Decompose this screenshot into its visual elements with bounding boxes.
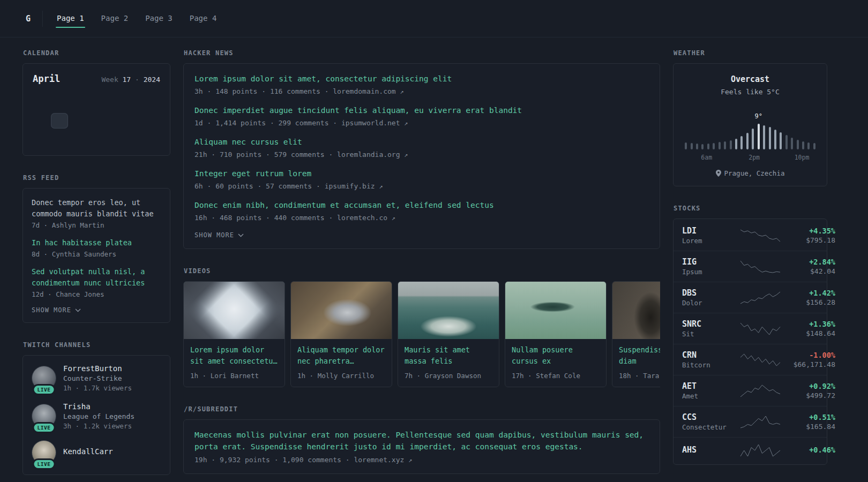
calendar-day[interactable]	[107, 95, 124, 111]
reddit-post-source-link[interactable]: loremnet.xyz ↗	[354, 456, 412, 464]
stock-row[interactable]: DBS Dolor +1.42% $156.28	[674, 282, 827, 313]
calendar-day[interactable]	[51, 131, 68, 146]
calendar-day[interactable]	[125, 131, 142, 146]
rss-item-title[interactable]: In hac habitasse platea	[32, 237, 161, 248]
calendar-day[interactable]	[32, 131, 49, 146]
calendar-widget: CALENDAR April Week 17 · 2024	[23, 49, 170, 156]
twitch-channel[interactable]: LIVE Trisha League of Legends 3h · 1.2k …	[32, 402, 161, 430]
hackernews-item-title[interactable]: Integer eget rutrum lorem	[194, 168, 649, 179]
channel-info: ForrestBurton Counter-Strike 1h · 1.7k v…	[63, 364, 132, 392]
rss-widget: RSS FEED Donec tempor eros leo, ut commo…	[23, 174, 170, 323]
calendar-day[interactable]	[125, 113, 142, 129]
calendar-day[interactable]	[51, 95, 68, 111]
video-title[interactable]: Mauris sit amet massa felis	[405, 344, 492, 367]
weather-bar	[701, 144, 704, 149]
rss-item: In hac habitasse platea 8d · Cynthia Sau…	[32, 237, 161, 258]
weather-bar	[707, 144, 709, 149]
hackernews-item-stats: 3h · 148 points · 116 comments ·	[194, 87, 333, 95]
calendar-day[interactable]	[144, 131, 161, 146]
stock-change: +0.51%	[786, 413, 835, 421]
page-tab-label: Page 1	[57, 14, 84, 22]
video-title[interactable]: Nullam posuere cursus ex	[512, 344, 600, 367]
rss-widget-title: RSS FEED	[23, 174, 170, 182]
hackernews-item-title[interactable]: Lorem ipsum dolor sit amet, consectetur …	[194, 73, 649, 85]
calendar-day[interactable]	[107, 131, 124, 146]
video-meta: 1h · Lori Barnett	[190, 372, 278, 380]
stock-row[interactable]: AHS +0.46%	[674, 437, 827, 463]
hackernews-item-source-link[interactable]: ipsumworld.net ↗	[341, 119, 408, 127]
page-tab[interactable]: Page 1	[56, 9, 85, 29]
page-tab[interactable]: Page 4	[189, 9, 218, 29]
page-tab[interactable]: Page 2	[100, 9, 130, 29]
rss-item-meta: 7d · Ashlyn Martin	[32, 221, 161, 229]
stock-row[interactable]: AET Amet +0.92% $499.72	[674, 375, 827, 406]
calendar-day[interactable]	[51, 113, 68, 129]
stock-sparkline	[740, 322, 781, 336]
stock-name: Bitcorn	[682, 361, 735, 369]
calendar-day[interactable]	[88, 131, 105, 146]
videos-widget-title: VIDEOS	[184, 267, 660, 275]
video-title[interactable]: Lorem ipsum dolor sit amet consectetu…	[190, 344, 278, 367]
hackernews-item-stats: 6h · 60 points · 57 comments ·	[194, 182, 325, 190]
reddit-post-title[interactable]: Maecenas mollis pulvinar erat non posuer…	[194, 430, 649, 453]
rss-item-title[interactable]: Sed volutpat nulla nisl, a condimentum n…	[32, 266, 161, 289]
hackernews-item-title[interactable]: Aliquam nec cursus elit	[194, 137, 649, 148]
hackernews-item-title[interactable]: Donec enim nibh, condimentum et accumsan…	[194, 200, 649, 211]
weather-bar	[780, 132, 782, 149]
rss-show-more-button[interactable]: SHOW MORE	[32, 306, 161, 314]
twitch-channel[interactable]: LIVE KendallCarr	[32, 440, 161, 465]
stock-row[interactable]: IIG Ipsum +2.84% $42.04	[674, 251, 827, 282]
hackernews-item-source-link[interactable]: loremtech.co ↗	[337, 214, 395, 222]
calendar-day[interactable]	[88, 95, 105, 111]
calendar-widget-title: CALENDAR	[23, 49, 170, 57]
calendar-day[interactable]	[107, 113, 124, 129]
app-logo[interactable]: G	[23, 11, 43, 27]
video-card[interactable]: Lorem ipsum dolor sit amet consectetu… 1…	[183, 281, 285, 387]
calendar-day[interactable]	[32, 113, 49, 129]
calendar-day[interactable]	[125, 95, 142, 111]
weather-bar	[769, 127, 771, 149]
stock-values: +1.42% $156.28	[786, 289, 835, 306]
rss-item-title[interactable]: Donec tempor eros leo, ut commodo mauris…	[32, 197, 161, 220]
weather-bar	[746, 133, 749, 149]
calendar-day[interactable]	[69, 131, 86, 146]
hackernews-item-source-link[interactable]: loremlandia.org ↗	[337, 150, 408, 159]
stock-row[interactable]: LDI Lorem +4.35% $795.18	[674, 220, 827, 251]
hackernews-item-source-link[interactable]: loremdomain.com ↗	[333, 87, 403, 95]
video-card[interactable]: Suspendisse commodo diam 18h · Tara	[612, 281, 660, 387]
page-tab[interactable]: Page 3	[144, 9, 174, 29]
video-card[interactable]: Mauris sit amet massa felis 7h · Grayson…	[398, 281, 499, 387]
stock-symbol: DBS	[682, 288, 735, 298]
weather-condition: Overcast	[682, 74, 818, 84]
channel-game: League of Legends	[63, 412, 134, 420]
hackernews-item-title[interactable]: Donec imperdiet augue tincidunt felis al…	[194, 105, 649, 116]
calendar-day[interactable]	[144, 95, 161, 111]
video-title[interactable]: Suspendisse commodo diam	[619, 344, 660, 367]
hackernews-show-more-button[interactable]: SHOW MORE	[194, 231, 649, 239]
weather-location[interactable]: Prague, Czechia	[682, 169, 818, 177]
calendar-day[interactable]	[88, 113, 105, 129]
channel-name[interactable]: KendallCarr	[63, 447, 113, 456]
stock-row[interactable]: SNRC Sit +1.36% $148.64	[674, 313, 827, 344]
hackernews-item-source-link[interactable]: ipsumify.biz ↗	[325, 182, 383, 190]
video-card[interactable]: Nullam posuere cursus ex 17h · Stefan Co…	[505, 281, 607, 387]
weather-box: Overcast Feels like 5°C 9° 6am 2pm 10pm …	[673, 63, 827, 186]
stock-row[interactable]: CCS Consectetur +0.51% $165.84	[674, 406, 827, 437]
channel-name[interactable]: ForrestBurton	[63, 364, 132, 373]
calendar-day[interactable]	[69, 113, 86, 129]
stock-identity: IIG Ipsum	[682, 257, 735, 276]
video-card[interactable]: Aliquam tempor dolor nec pharetra… 1h · …	[290, 281, 392, 387]
external-link-icon: ↗	[392, 214, 395, 222]
video-meta: 1h · Molly Carrillo	[297, 372, 385, 380]
channel-name[interactable]: Trisha	[63, 402, 134, 411]
stock-name: Amet	[682, 392, 735, 400]
video-title[interactable]: Aliquam tempor dolor nec pharetra…	[297, 344, 385, 367]
hackernews-item-meta: 21h · 710 points · 579 comments · loreml…	[194, 150, 649, 159]
stock-row[interactable]: CRN Bitcorn -1.00% $66,171.48	[674, 344, 827, 375]
calendar-day[interactable]	[144, 113, 161, 129]
calendar-days-grid	[32, 95, 161, 147]
calendar-day[interactable]	[32, 95, 49, 111]
video-thumbnail	[291, 282, 392, 339]
twitch-channel[interactable]: LIVE ForrestBurton Counter-Strike 1h · 1…	[32, 364, 161, 392]
calendar-day[interactable]	[69, 95, 86, 111]
